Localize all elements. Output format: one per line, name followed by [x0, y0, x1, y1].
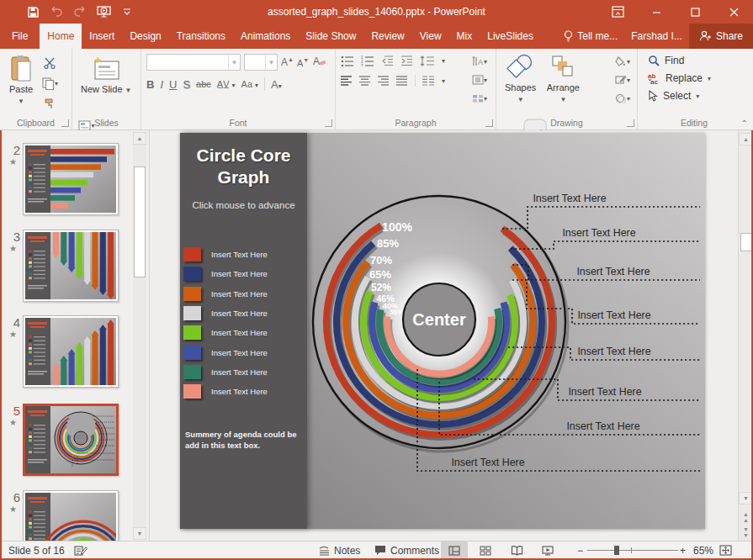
spell-check-icon[interactable] — [74, 542, 87, 559]
svg-text:36%: 36% — [389, 308, 403, 316]
bullets-icon[interactable] — [341, 55, 354, 66]
tab-animations[interactable]: Animations — [233, 24, 298, 49]
zoom-out-button[interactable]: − — [577, 542, 583, 559]
customize-qat-icon[interactable] — [119, 4, 135, 19]
character-spacing-button[interactable]: A̲V̲ ▾ — [217, 79, 236, 89]
bold-button[interactable]: B — [146, 78, 154, 91]
chart-center-label: Center — [412, 310, 466, 329]
save-icon[interactable] — [25, 4, 40, 19]
tab-tell-me[interactable]: Tell me... — [557, 24, 624, 49]
thumb-scroll-down[interactable]: ▼ — [133, 527, 146, 540]
share-button[interactable]: Share — [689, 24, 753, 49]
tab-mix[interactable]: Mix — [449, 24, 480, 49]
drawing-dialog-launcher[interactable] — [627, 119, 634, 127]
select-button[interactable]: Select ▾ — [648, 90, 747, 102]
line-spacing-icon[interactable] — [420, 55, 435, 66]
align-right-icon[interactable] — [378, 76, 390, 86]
justify-icon[interactable] — [396, 76, 408, 86]
thumb-scrollbar-thumb[interactable] — [134, 166, 146, 277]
fit-slide-button[interactable] — [719, 542, 732, 559]
reading-view-button[interactable] — [503, 542, 530, 559]
slide-thumbnail-2[interactable] — [23, 143, 119, 215]
arrange-button[interactable]: Arrange▼ — [544, 52, 583, 114]
align-text-button[interactable]: ▾ — [470, 71, 489, 88]
align-left-icon[interactable] — [341, 76, 353, 86]
tab-slide-show[interactable]: Slide Show — [298, 24, 363, 49]
font-color-button[interactable]: A▾ — [271, 78, 282, 91]
slideshow-view-button[interactable] — [534, 542, 561, 559]
find-button[interactable]: Find — [648, 55, 747, 66]
tab-transitions[interactable]: Transitions — [169, 24, 233, 49]
shapes-button[interactable]: Shapes▼ — [501, 52, 539, 114]
canvas-scrollbar-thumb[interactable] — [740, 233, 752, 251]
close-button[interactable] — [714, 0, 753, 24]
shape-outline-button[interactable]: ▾ — [613, 71, 632, 88]
slide-thumbnail-6[interactable] — [23, 490, 119, 541]
tab-file[interactable]: File — [0, 24, 40, 49]
normal-view-button[interactable] — [441, 542, 468, 559]
slide-5-canvas[interactable]: Circle Core Graph Click mouse to advance… — [180, 133, 705, 529]
svg-text:52%: 52% — [371, 282, 391, 293]
zoom-slider[interactable] — [587, 542, 678, 559]
start-slideshow-icon[interactable] — [96, 4, 111, 19]
text-shadow-button[interactable]: S — [183, 78, 190, 91]
slide-indicator[interactable]: Slide 5 of 16 — [8, 542, 65, 559]
paste-button[interactable]: Paste▼ — [5, 52, 37, 114]
shape-effects-button[interactable]: ▾ — [613, 90, 632, 107]
font-size-combo[interactable]: ▼ — [244, 54, 278, 71]
underline-button[interactable]: U — [169, 78, 177, 91]
tab-review[interactable]: Review — [363, 24, 411, 49]
slide-thumbnail-3[interactable] — [23, 230, 119, 302]
collapse-ribbon-button[interactable]: ⌃ — [741, 119, 748, 128]
columns-icon[interactable] — [422, 76, 435, 86]
slide-sorter-view-button[interactable] — [472, 542, 499, 559]
share-person-icon — [699, 30, 711, 42]
ribbon: Paste▼ ▾ Clipboard New Slide ▼ — [0, 49, 753, 130]
zoom-in-button[interactable]: + — [680, 542, 686, 559]
replace-button[interactable]: abac Replace ▾ — [648, 72, 747, 84]
select-cursor-icon — [648, 90, 658, 102]
tab-insert[interactable]: Insert — [82, 24, 122, 49]
decrease-indent-icon[interactable] — [381, 55, 394, 66]
shape-fill-button[interactable]: ▾ — [613, 53, 632, 70]
svg-text:70%: 70% — [370, 254, 392, 267]
paragraph-dialog-launcher[interactable] — [485, 119, 493, 127]
increase-font-size-button[interactable]: A▲ — [281, 56, 294, 68]
strikethrough-button[interactable]: abc — [196, 79, 211, 89]
text-direction-button[interactable]: A▾ — [470, 53, 489, 70]
new-slide-button[interactable]: New Slide ▼ — [77, 52, 135, 114]
cut-button[interactable] — [40, 55, 59, 71]
font-name-combo[interactable]: ▼ — [146, 54, 241, 71]
increase-indent-icon[interactable] — [400, 55, 413, 66]
zoom-slider-thumb[interactable] — [614, 546, 619, 555]
slide-thumbnail-4[interactable] — [23, 315, 119, 388]
format-painter-button[interactable] — [40, 95, 59, 112]
tab-design[interactable]: Design — [122, 24, 168, 49]
font-dialog-launcher[interactable] — [325, 119, 332, 127]
svg-text:85%: 85% — [377, 237, 399, 250]
align-center-icon[interactable] — [359, 76, 371, 86]
tab-view[interactable]: View — [412, 24, 449, 49]
account-name[interactable]: Farshad I... — [624, 24, 689, 49]
clipboard-dialog-launcher[interactable] — [61, 119, 69, 127]
zoom-level[interactable]: 65% — [693, 542, 713, 559]
minimize-button[interactable] — [637, 0, 676, 24]
thumbnail-number-6: 6 — [7, 490, 20, 505]
thumb-scroll-up[interactable]: ▲ — [133, 132, 146, 145]
numbering-icon[interactable]: 123 — [361, 55, 374, 66]
copy-button[interactable]: ▾ — [40, 75, 59, 92]
slide-thumbnail-5[interactable] — [23, 404, 119, 476]
tab-liveslides[interactable]: LiveSlides — [480, 24, 541, 49]
notes-toggle[interactable]: Notes — [319, 542, 360, 559]
circle-core-chart[interactable]: 100%85%70%65%52%46%40%36%CenterInsert Te… — [180, 133, 705, 529]
clear-formatting-button[interactable]: A — [312, 55, 326, 71]
italic-button[interactable]: I — [160, 78, 163, 91]
ribbon-display-options-icon[interactable] — [598, 0, 637, 24]
decrease-font-size-button[interactable]: A▼ — [297, 57, 309, 68]
change-case-button[interactable]: Aa ▾ — [241, 79, 259, 89]
tab-home[interactable]: Home — [40, 24, 82, 49]
convert-smartart-button[interactable]: ▾ — [470, 90, 489, 107]
callout-label-2: Insert Text Here — [562, 227, 635, 239]
maximize-button[interactable] — [676, 0, 714, 24]
comments-toggle[interactable]: Comments — [374, 542, 439, 559]
